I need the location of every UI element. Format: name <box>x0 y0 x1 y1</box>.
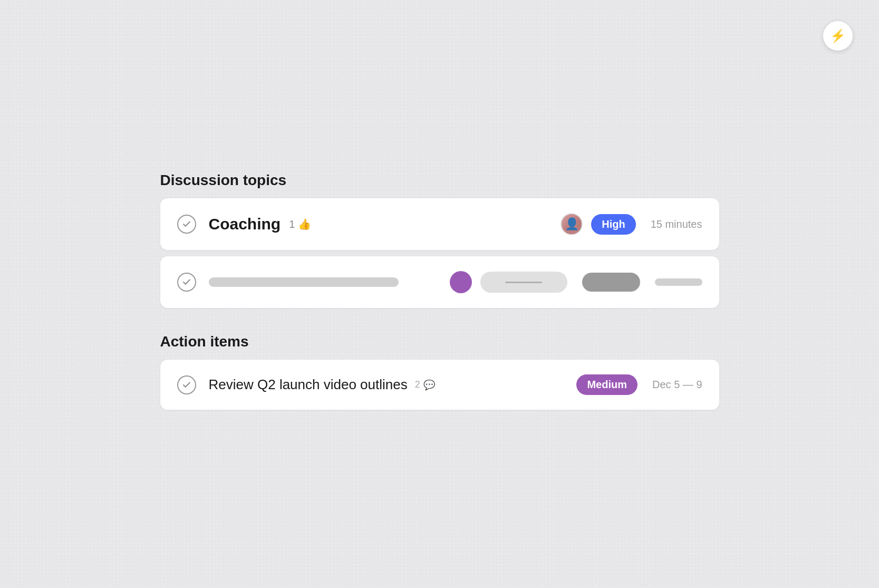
main-content: Discussion topics Coaching 1 👍 High 15 m… <box>160 172 719 416</box>
flash-action-button[interactable]: ⚡ <box>823 21 853 51</box>
discussion-item-redacted[interactable] <box>160 256 719 308</box>
review-q2-priority-badge[interactable]: Medium <box>576 374 637 395</box>
action-items-section: Action items Review Q2 launch video outl… <box>160 333 719 410</box>
redacted-title-placeholder <box>209 277 399 287</box>
coaching-priority-badge[interactable]: High <box>591 214 635 235</box>
redacted-priority-badge <box>480 272 567 293</box>
comment-number: 2 <box>415 379 420 390</box>
discussion-section-title: Discussion topics <box>160 172 719 189</box>
action-section-title: Action items <box>160 333 719 350</box>
lightning-icon: ⚡ <box>830 28 846 43</box>
action-item-review-q2[interactable]: Review Q2 launch video outlines 2 💬 Medi… <box>160 360 719 410</box>
coaching-avatar <box>561 213 583 235</box>
like-number: 1 <box>289 218 295 230</box>
review-q2-title: Review Q2 launch video outlines <box>209 377 408 393</box>
comment-bubble-icon: 💬 <box>423 379 435 391</box>
discussion-section: Discussion topics Coaching 1 👍 High 15 m… <box>160 172 719 308</box>
check-button-redacted[interactable] <box>177 273 196 292</box>
review-q2-comment-count[interactable]: 2 💬 <box>415 379 435 391</box>
review-q2-date-range: Dec 5 — 9 <box>652 379 702 391</box>
redacted-duration <box>655 278 702 286</box>
coaching-like-count[interactable]: 1 👍 <box>289 218 311 230</box>
discussion-item-coaching[interactable]: Coaching 1 👍 High 15 minutes <box>160 198 719 250</box>
check-button-review-q2[interactable] <box>177 375 196 394</box>
coaching-title: Coaching <box>209 215 281 233</box>
redacted-avatar <box>450 271 472 293</box>
check-button-coaching[interactable] <box>177 215 196 234</box>
redacted-secondary-badge <box>582 273 640 292</box>
thumbs-up-icon: 👍 <box>298 218 311 230</box>
coaching-duration: 15 minutes <box>651 218 702 230</box>
